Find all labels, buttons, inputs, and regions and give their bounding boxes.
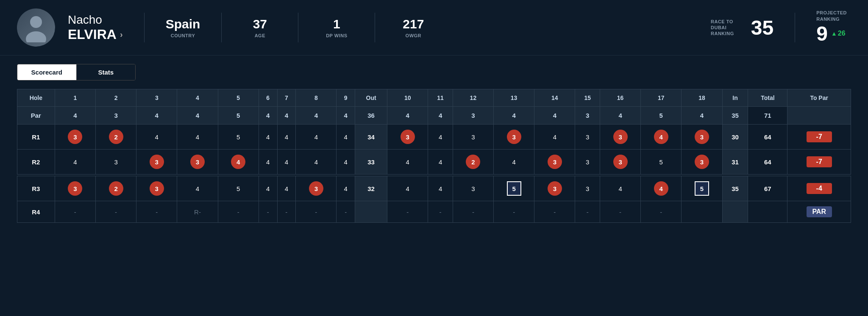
- r1-h11: 4: [428, 125, 453, 150]
- player-last-name[interactable]: ELVIRA ›: [68, 27, 123, 42]
- r1-h14: 4: [534, 125, 575, 150]
- dash-score: -: [587, 208, 589, 216]
- r2-h7: 4: [277, 150, 296, 175]
- r1-h18: 3: [682, 125, 722, 150]
- birdie-score: 2: [109, 130, 123, 144]
- par-score: 3: [471, 185, 475, 192]
- r1-h10: 3: [387, 125, 428, 150]
- r3-h1: 3: [55, 176, 95, 201]
- par-score: 4: [266, 133, 270, 141]
- projected-ranking-section: PROJECTEDRANKING 9 ▲ 26: [816, 10, 847, 45]
- round-row-r2: R2 433344444 33 442433353 31 64 -7: [17, 150, 851, 175]
- r2-h18: 3: [682, 150, 722, 175]
- r1-to-par: -7: [787, 125, 851, 150]
- to-par-value: -4: [807, 183, 832, 194]
- par-score: 4: [439, 185, 442, 192]
- birdie-score: 3: [548, 181, 562, 196]
- r2-h8: 4: [296, 150, 337, 175]
- col-out: Out: [355, 89, 387, 107]
- tab-stats[interactable]: Stats: [76, 64, 136, 80]
- r2-h17: 5: [641, 150, 682, 175]
- tab-scorecard[interactable]: Scorecard: [17, 64, 76, 80]
- r4-h11: -: [428, 201, 453, 223]
- r4-h6: -: [259, 201, 277, 223]
- r3-h10: 4: [387, 176, 428, 201]
- stat-country: Spain COUNTRY: [166, 17, 200, 38]
- r3-h8: 3: [296, 176, 337, 201]
- par-score: 4: [406, 158, 409, 166]
- r4-h9: -: [337, 201, 355, 223]
- r1-h4: 4: [177, 125, 218, 150]
- r4-h4: R-: [177, 201, 218, 223]
- birdie-score: 4: [231, 155, 245, 169]
- dash-score: -: [237, 208, 239, 216]
- par-h8: 4: [296, 107, 337, 125]
- player-link-chevron: ›: [120, 30, 123, 39]
- birdie-score: 2: [109, 181, 123, 196]
- r3-h15: 3: [575, 176, 600, 201]
- r2-h9: 4: [337, 150, 355, 175]
- par-score: 4: [344, 185, 348, 192]
- birdie-score: 3: [150, 155, 164, 169]
- par-h5: 5: [218, 107, 259, 125]
- r4-h5: -: [218, 201, 259, 223]
- col-h17: 17: [641, 89, 682, 107]
- to-par-value: -7: [807, 131, 832, 142]
- r4-h10: -: [387, 201, 428, 223]
- race-to-dubai-value: 35: [751, 16, 773, 39]
- birdie-score: 3: [507, 130, 521, 144]
- r3-h11: 4: [428, 176, 453, 201]
- par-score: 3: [114, 158, 117, 166]
- dash-score: -: [156, 208, 158, 216]
- dp-wins-label: DP WINS: [326, 33, 347, 38]
- par-h16: 4: [600, 107, 640, 125]
- r2-h15: 3: [575, 150, 600, 175]
- to-par-value: PAR: [807, 206, 832, 217]
- dash-score: -: [315, 208, 317, 216]
- r3-h7: 4: [277, 176, 296, 201]
- r3-total: 67: [748, 176, 787, 201]
- r4-h1: -: [55, 201, 95, 223]
- r2-h3: 3: [136, 150, 177, 175]
- birdie-score: 3: [401, 130, 415, 144]
- par-score: 4: [155, 133, 159, 141]
- col-h7: 7: [277, 89, 296, 107]
- par-score: 4: [266, 158, 270, 166]
- col-h8: 8: [296, 89, 337, 107]
- birdie-score: 3: [150, 181, 164, 196]
- par-score: 4: [266, 185, 270, 192]
- r4-h13: -: [494, 201, 534, 223]
- par-score: 4: [73, 158, 77, 166]
- r3-in: 35: [722, 176, 748, 201]
- par-score: 4: [344, 133, 348, 141]
- r3-h6: 4: [259, 176, 277, 201]
- par-score: 4: [285, 158, 288, 166]
- country-label: COUNTRY: [171, 33, 195, 38]
- par-score: 3: [586, 158, 589, 166]
- tabs-container: Scorecard Stats: [0, 55, 868, 85]
- r2-h1: 4: [55, 150, 95, 175]
- birdie-score: 3: [695, 155, 709, 169]
- r4-h8: -: [296, 201, 337, 223]
- stat-owgr: 217 OWGR: [396, 17, 430, 38]
- round-label: R3: [17, 176, 55, 201]
- r3-h4: 4: [177, 176, 218, 201]
- avatar: [17, 8, 55, 47]
- r1-h2: 2: [95, 125, 136, 150]
- r1-h9: 4: [337, 125, 355, 150]
- age-value: 37: [253, 17, 267, 31]
- birdie-score: 3: [613, 130, 628, 144]
- r2-h12: 2: [453, 150, 493, 175]
- birdie-score: 3: [309, 181, 323, 196]
- r4-h2: -: [95, 201, 136, 223]
- projected-ranking-label: PROJECTEDRANKING: [816, 10, 847, 22]
- col-to-par: To Par: [787, 89, 851, 107]
- header: Nacho ELVIRA › Spain COUNTRY 37 AGE 1 DP…: [0, 0, 868, 55]
- par-score: 4: [196, 185, 199, 192]
- par-h7: 4: [277, 107, 296, 125]
- round-row-r4: R4 ---R------ -------- PAR: [17, 201, 851, 223]
- birdie-score: 3: [190, 155, 205, 169]
- par-score: 5: [236, 185, 240, 192]
- par-h6: 4: [259, 107, 277, 125]
- col-h9: 9: [337, 89, 355, 107]
